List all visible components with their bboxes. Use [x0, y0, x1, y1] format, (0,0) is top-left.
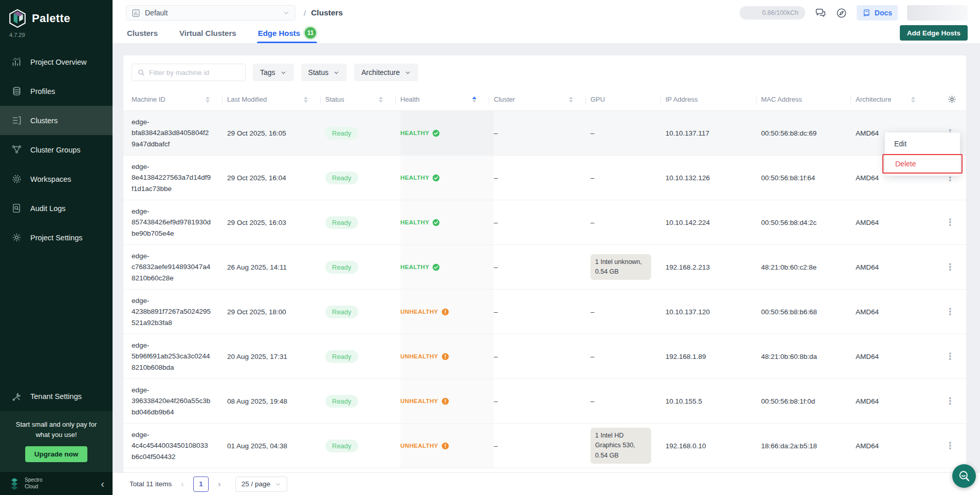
architecture: AMD64: [856, 290, 933, 334]
sidebar-item-tenant-settings[interactable]: Tenant Settings: [0, 382, 113, 411]
cluster: –: [494, 156, 590, 200]
sort-icons[interactable]: [304, 97, 308, 103]
app-root: Palette 4.7.29 Project OverviewProfilesC…: [0, 0, 980, 495]
health-badge: UNHEALTHY: [400, 308, 449, 316]
row-actions-kebab-icon[interactable]: ⋮: [942, 394, 958, 408]
mac-address: 00:50:56:b8:b6:68: [761, 290, 856, 334]
sidebar-item-label: Audit Logs: [30, 204, 66, 213]
last-modified: 20 Aug 2025, 17:31: [227, 334, 325, 378]
docs-link[interactable]: Docs: [857, 5, 898, 21]
column-label: Health: [400, 96, 420, 103]
tab-edge-hosts[interactable]: Edge Hosts11: [257, 23, 318, 43]
pagination-bar: Total 11 items ‹ 1 › 25 / page: [113, 472, 980, 495]
tab-clusters[interactable]: Clusters: [126, 23, 159, 43]
column-header-cluster[interactable]: Cluster: [494, 88, 590, 110]
row-actions-kebab-icon[interactable]: ⋮: [942, 439, 958, 452]
row-actions-kebab-icon[interactable]: ⋮: [942, 216, 958, 229]
sidebar-item-cluster-groups[interactable]: Cluster Groups: [0, 135, 113, 164]
sidebar-item-clusters[interactable]: Clusters: [0, 106, 113, 135]
sidebar-collapse-icon[interactable]: ‹: [101, 479, 104, 489]
column-header-health[interactable]: Health: [400, 88, 494, 110]
table-row[interactable]: edge-bfa83842a83d8405804f29a47ddbafcf29 …: [123, 111, 966, 156]
sidebar-item-profiles[interactable]: Profiles: [0, 77, 113, 106]
status-badge: Ready: [325, 350, 358, 363]
pagination-current-page[interactable]: 1: [193, 477, 209, 492]
machine-id[interactable]: edge-4c4c4544003450108033b6c04f504432: [132, 429, 212, 463]
sort-icons[interactable]: [379, 97, 383, 103]
sidebar-item-label: Project Settings: [30, 234, 83, 242]
column-header-machine-id[interactable]: Machine ID: [132, 88, 227, 110]
sidebar-item-project-overview[interactable]: Project Overview: [0, 47, 113, 77]
compass-icon[interactable]: [836, 7, 847, 19]
help-chat-button[interactable]: [952, 464, 976, 488]
pagination-next-icon[interactable]: ›: [216, 479, 223, 489]
cluster: –: [494, 200, 590, 244]
add-edge-hosts-button[interactable]: Add Edge Hosts: [900, 25, 968, 41]
sidebar-item-project-settings[interactable]: Project Settings: [0, 223, 113, 252]
column-header-last-modified[interactable]: Last Modified: [227, 88, 325, 110]
sidebar-item-workspaces[interactable]: Workspaces: [0, 164, 113, 194]
check-circle-icon: [432, 263, 440, 271]
machine-id[interactable]: edge-8e41384227563a7d14df9f1d1ac73bbe: [132, 161, 212, 195]
table-row[interactable]: edge-c76832aefe914893047a48210b60c28e26 …: [123, 245, 966, 290]
health-badge: UNHEALTHY: [400, 353, 449, 360]
column-header-settings: [933, 88, 966, 110]
machine-id[interactable]: edge-5b96f691ab253ca3c02448210b608bda: [132, 340, 212, 373]
row-actions-kebab-icon[interactable]: ⋮: [942, 305, 958, 318]
sort-icons[interactable]: [472, 97, 476, 103]
sort-icons[interactable]: [206, 97, 210, 103]
check-circle-icon: [432, 129, 440, 137]
cluster: –: [494, 424, 590, 468]
page-size-select[interactable]: 25 / page: [235, 477, 287, 492]
gear-icon: [11, 232, 22, 243]
sort-icons[interactable]: [569, 97, 573, 103]
layers-icon: [11, 86, 22, 97]
filter-status-dropdown[interactable]: Status: [301, 64, 347, 81]
gpu: –: [590, 219, 595, 226]
column-settings-gear-icon[interactable]: [947, 94, 957, 104]
tab-virtual-clusters[interactable]: Virtual Clusters: [178, 23, 237, 43]
row-actions-kebab-icon[interactable]: ⋮: [942, 350, 958, 363]
machine-id[interactable]: edge-857438426ef9d9781930dbe90b705e4e: [132, 206, 212, 239]
table-row[interactable]: edge-5b96f691ab253ca3c02448210b608bda20 …: [123, 334, 966, 379]
pagination-prev-icon[interactable]: ‹: [179, 479, 186, 489]
table-row[interactable]: edge-396338420e4f260a55c3bbd046db9b6408 …: [123, 379, 966, 424]
cluster: –: [494, 245, 590, 289]
column-header-architecture[interactable]: Architecture: [856, 88, 933, 110]
architecture: AMD64: [856, 245, 933, 289]
sidebar-nav: Project OverviewProfilesClustersCluster …: [0, 47, 113, 252]
filter-tags-dropdown[interactable]: Tags: [253, 64, 294, 81]
table-row[interactable]: edge-8e41384227563a7d14df9f1d1ac73bbe29 …: [123, 156, 966, 200]
table-row[interactable]: edge-4c4c4544003450108033b6c04f50443201 …: [123, 424, 966, 468]
sidebar-item-audit-logs[interactable]: Audit Logs: [0, 194, 113, 223]
ip-address: 10.10.155.5: [665, 379, 761, 423]
chat-icon[interactable]: [815, 7, 826, 19]
breadcrumb-separator: /: [304, 9, 306, 17]
workspaces-icon: [11, 174, 22, 184]
project-selector[interactable]: Default: [126, 5, 295, 21]
palette-logo[interactable]: Palette: [0, 0, 113, 30]
row-actions-kebab-icon[interactable]: ⋮: [942, 260, 958, 274]
sort-icons[interactable]: [911, 97, 915, 103]
upgrade-panel: Start small and only pay for what you us…: [0, 411, 113, 471]
machine-id[interactable]: edge-c76832aefe914893047a48210b60c28e: [132, 251, 212, 284]
user-menu-area[interactable]: [907, 5, 968, 21]
context-menu-item-delete[interactable]: Delete: [882, 154, 963, 174]
machine-id[interactable]: edge-4238b891f7267a5024295521a92b3fa8: [132, 295, 212, 329]
machine-id-search[interactable]: [132, 64, 246, 81]
context-menu-item-edit[interactable]: Edit: [885, 135, 960, 153]
status-badge: Ready: [325, 261, 358, 274]
gpu-tag: 1 Intel unknown, 0.54 GB: [590, 254, 651, 280]
chevron-down-icon: [283, 9, 290, 16]
upgrade-now-button[interactable]: Upgrade now: [25, 446, 88, 462]
table-row[interactable]: edge-4238b891f7267a5024295521a92b3fa829 …: [123, 290, 966, 334]
warning-circle-icon: [441, 308, 449, 316]
filter-architecture-dropdown[interactable]: Architecture: [354, 64, 418, 81]
machine-id[interactable]: edge-396338420e4f260a55c3bbd046db9b64: [132, 385, 212, 418]
health-badge: UNHEALTHY: [400, 442, 449, 450]
column-header-status[interactable]: Status: [325, 88, 400, 110]
search-input[interactable]: [149, 69, 240, 77]
last-modified: 08 Aug 2025, 19:48: [227, 379, 325, 423]
machine-id[interactable]: edge-bfa83842a83d8405804f29a47ddbafcf: [132, 117, 212, 150]
table-row[interactable]: edge-857438426ef9d9781930dbe90b705e4e29 …: [123, 200, 966, 245]
